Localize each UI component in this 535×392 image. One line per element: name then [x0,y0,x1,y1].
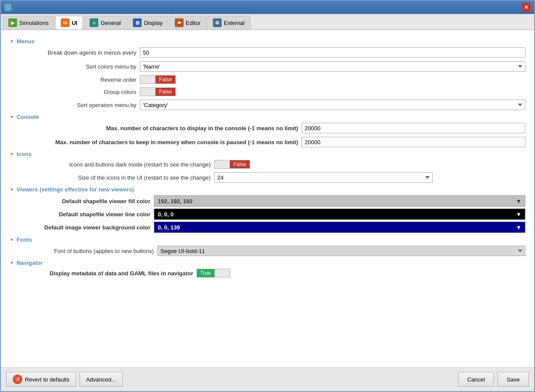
editor-icon: ✏ [175,18,184,27]
save-button[interactable]: Save [497,372,529,387]
revert-icon: ↺ [13,375,22,384]
viewers-section-header[interactable]: ▼ Viewers (settings effective for new vi… [10,186,525,193]
cancel-label: Cancel [467,376,485,383]
bg-color-picker[interactable]: 0, 0, 139 ▼ [154,222,525,233]
navigator-section-title: Navigator [17,260,43,266]
max-memory-input[interactable] [302,137,525,147]
tab-ui-label: UI [72,20,77,26]
sort-operators-label: Sort operators menu by [10,102,136,108]
tab-display[interactable]: ⊞ Display [127,16,168,29]
sort-operators-row: Sort operators menu by 'Category' 'Name'… [10,100,525,110]
group-colors-value[interactable]: False [156,87,176,96]
break-down-row: Break down agents in menus every [10,47,525,58]
bg-color-row: Default image viewer background color 0,… [10,222,525,233]
fill-color-value: 192, 192, 192 [158,198,193,205]
icons-section-title: Icons [17,151,31,157]
navigator-section-header[interactable]: ▼ Navigator [10,260,525,266]
tab-external-label: External [224,20,245,26]
tab-editor-label: Editor [186,20,201,26]
tab-simulations-label: Simulations [19,20,49,26]
group-colors-row: Group colors False [10,87,525,96]
general-icon: ≡ [90,18,98,27]
title-bar-left [4,4,11,11]
advanced-label: Advanced... [86,376,116,383]
console-arrow-icon: ▼ [10,114,14,119]
reverse-order-label: Reverse order [10,76,136,83]
menus-section-title: Menus [17,38,35,45]
fonts-section-header[interactable]: ▼ Fonts [10,236,525,243]
line-color-value: 0, 0, 0 [158,211,174,218]
metadata-value[interactable]: True [197,269,215,278]
max-display-label: Max. number of characters to display in … [10,125,298,132]
group-colors-toggle[interactable]: False [140,87,176,96]
dark-mode-toggle[interactable]: False [214,160,250,169]
reverse-order-row: Reverse order False [10,75,525,84]
console-section-header[interactable]: ▼ Console [10,114,525,120]
tab-external[interactable]: ⚙ External [207,16,250,29]
revert-button[interactable]: ↺ Revert to defaults [6,372,76,387]
line-color-dropdown-icon: ▼ [516,211,521,218]
navigator-arrow-icon: ▼ [10,260,14,265]
reverse-order-value[interactable]: False [156,75,176,84]
console-section-title: Console [17,114,39,120]
fill-color-label: Default shapefile viewer fill color [10,198,154,205]
group-colors-track[interactable] [140,87,156,96]
menus-section-header[interactable]: ▼ Menus [10,38,525,45]
tab-ui[interactable]: UI UI [55,16,83,29]
line-color-label: Default shapefile viewer line color [10,211,154,218]
fill-color-dropdown-icon: ▼ [516,198,521,205]
close-button[interactable]: ✕ [522,3,531,12]
display-icon: ⊞ [133,18,142,27]
max-display-input[interactable] [302,123,525,133]
fonts-section-title: Fonts [17,236,32,243]
button-font-row: Font of buttons (applies to new buttons)… [10,246,525,256]
title-bar: ✕ [1,1,534,14]
cancel-button[interactable]: Cancel [458,372,494,387]
max-memory-label: Max. number of characters to keep in mem… [10,139,298,146]
bg-color-dropdown-icon: ▼ [516,224,521,231]
button-font-select[interactable]: Segoe UI-bold-11 Arial-plain-11 Tahoma-b… [157,246,525,256]
menus-arrow-icon: ▼ [10,39,14,44]
break-down-input[interactable] [140,47,525,58]
reverse-order-track[interactable] [140,75,156,84]
icon-size-select[interactable]: 24 16 20 28 32 [214,172,433,183]
external-icon: ⚙ [213,18,222,27]
viewers-arrow-icon: ▼ [10,187,14,192]
metadata-track[interactable] [215,269,230,278]
line-color-picker[interactable]: 0, 0, 0 ▼ [154,208,525,220]
sort-operators-select[interactable]: 'Category' 'Name' 'Type' [140,100,525,110]
dark-mode-track[interactable] [214,160,230,169]
fill-color-picker[interactable]: 192, 192, 192 ▼ [154,195,525,207]
line-color-row: Default shapefile viewer line color 0, 0… [10,208,525,220]
dark-mode-label: Icons and buttons dark mode (restart to … [10,161,211,168]
sort-colors-label: Sort colors menu by [10,63,136,70]
dark-mode-value[interactable]: False [230,160,250,169]
app-icon [4,4,11,11]
button-font-label: Font of buttons (applies to new buttons) [10,248,154,254]
tab-display-label: Display [144,20,163,26]
tab-general-label: General [101,20,121,26]
icon-size-label: Size of the icons in the UI (restart to … [10,174,211,181]
simulations-icon: ▶ [8,18,17,27]
footer: ↺ Revert to defaults Advanced... Cancel … [1,367,534,391]
tab-bar: ▶ Simulations UI UI ≡ General ⊞ Display … [1,14,534,30]
bg-color-label: Default image viewer background color [10,224,154,231]
tab-simulations[interactable]: ▶ Simulations [3,16,54,29]
dark-mode-row: Icons and buttons dark mode (restart to … [10,160,525,169]
advanced-button[interactable]: Advanced... [80,372,123,387]
max-memory-row: Max. number of characters to keep in mem… [10,137,525,147]
icons-arrow-icon: ▼ [10,152,14,156]
reverse-order-toggle[interactable]: False [140,75,176,84]
ui-icon: UI [61,18,69,27]
save-label: Save [507,376,520,383]
bg-color-value: 0, 0, 139 [158,224,180,231]
viewers-section-title: Viewers (settings effective for new view… [17,186,134,193]
sort-colors-row: Sort colors menu by 'Name' 'Hue' 'Bright… [10,61,525,72]
metadata-toggle[interactable]: True [197,269,230,278]
tab-general[interactable]: ≡ General [84,16,126,29]
tab-editor[interactable]: ✏ Editor [169,16,206,29]
fonts-arrow-icon: ▼ [10,237,14,242]
sort-colors-select[interactable]: 'Name' 'Hue' 'Brightness' [140,61,525,72]
icon-size-row: Size of the icons in the UI (restart to … [10,172,525,183]
icons-section-header[interactable]: ▼ Icons [10,151,525,157]
